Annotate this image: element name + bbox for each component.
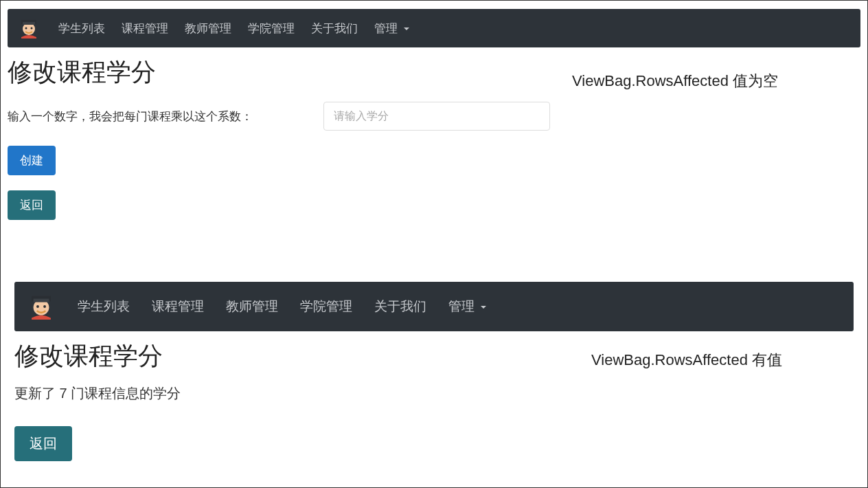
navbar: 学生列表 课程管理 教师管理 学院管理 关于我们 管理 [8,9,860,47]
svg-point-8 [36,305,39,308]
nav-courses[interactable]: 课程管理 [145,292,211,321]
credits-input[interactable] [323,102,550,131]
app-logo-icon[interactable] [19,18,39,38]
svg-rect-7 [34,299,49,302]
state-empty-section: 学生列表 课程管理 教师管理 学院管理 关于我们 管理 修改课程学分 输入一个数… [1,1,867,220]
nav-courses[interactable]: 课程管理 [116,16,174,41]
nav-about[interactable]: 关于我们 [367,292,433,321]
svg-rect-2 [23,22,35,25]
svg-point-4 [31,27,33,30]
nav-colleges[interactable]: 学院管理 [242,16,300,41]
multiplier-form-row: 输入一个数字，我会把每门课程乘以这个系数： [8,102,860,131]
nav-about[interactable]: 关于我们 [306,16,363,41]
nav-colleges[interactable]: 学院管理 [293,292,359,321]
back-button[interactable]: 返回 [14,426,72,461]
result-message: 更新了 7 门课程信息的学分 [14,384,854,403]
nav-teachers[interactable]: 教师管理 [179,16,237,41]
back-button[interactable]: 返回 [8,190,56,220]
annotation-empty: ViewBag.RowsAffected 值为空 [572,71,778,91]
annotation-hasvalue: ViewBag.RowsAffected 有值 [591,350,782,370]
nav-admin-dropdown[interactable]: 管理 [369,16,415,41]
app-logo-icon[interactable] [28,293,54,320]
nav-admin-label: 管理 [374,22,398,35]
nav-students[interactable]: 学生列表 [71,292,137,321]
nav-admin-label: 管理 [448,299,475,313]
nav-admin-dropdown[interactable]: 管理 [442,292,493,321]
nav-teachers[interactable]: 教师管理 [219,292,285,321]
chevron-down-icon [404,27,409,30]
navbar: 学生列表 课程管理 教师管理 学院管理 关于我们 管理 [14,282,854,331]
nav-students[interactable]: 学生列表 [53,16,111,41]
svg-point-9 [43,305,46,308]
chevron-down-icon [481,306,486,309]
create-button[interactable]: 创建 [8,146,56,175]
multiplier-label: 输入一个数字，我会把每门课程乘以这个系数： [8,109,323,124]
svg-point-3 [25,27,27,30]
